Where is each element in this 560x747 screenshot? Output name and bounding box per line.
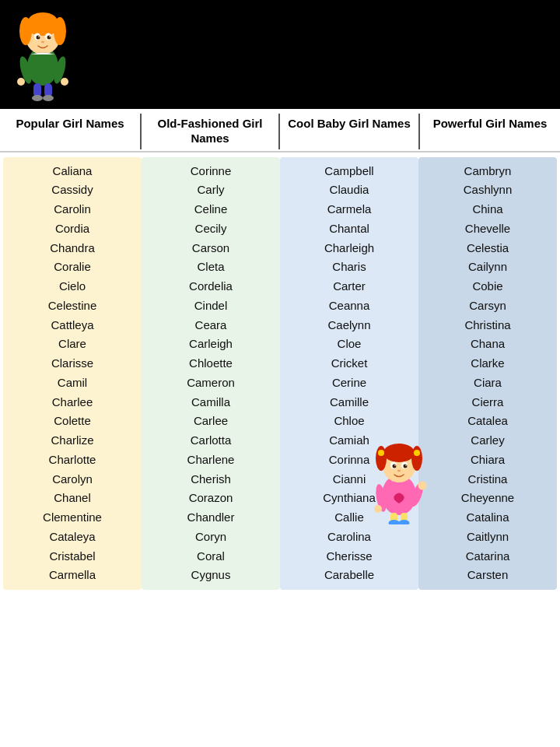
name-item: Cassidy — [51, 181, 93, 200]
col-header-powerful: Powerful Girl Names — [420, 114, 560, 149]
name-item: Cattleya — [51, 316, 93, 335]
svg-point-9 — [47, 36, 51, 40]
name-item: Cierra — [472, 393, 504, 412]
name-item: Cambryn — [464, 162, 512, 181]
name-item: Caitlynn — [467, 528, 509, 547]
name-item: Clarke — [471, 354, 504, 374]
name-item: Carter — [333, 277, 366, 296]
svg-point-12 — [41, 41, 44, 43]
name-item: Cordelia — [189, 277, 233, 296]
name-item: Ciara — [474, 374, 502, 393]
name-item: Cataleya — [49, 528, 95, 547]
col3-mascot-icon — [364, 439, 426, 528]
name-item: Cameron — [187, 374, 235, 393]
name-item: Celestia — [467, 239, 509, 258]
name-item: Chantal — [329, 219, 369, 239]
name-item: Callie — [334, 508, 364, 528]
name-item: Cherisse — [326, 547, 372, 566]
svg-point-38 — [374, 505, 382, 513]
svg-point-20 — [43, 95, 54, 101]
name-item: Cerine — [332, 374, 366, 393]
name-item: Coryn — [195, 528, 226, 547]
svg-point-25 — [411, 446, 422, 471]
name-item: Ceanna — [329, 296, 370, 316]
name-item: Charlotte — [49, 451, 96, 470]
col-header-cool: Cool Baby Girl Names — [280, 114, 420, 149]
name-item: Clare — [58, 335, 86, 354]
name-item: Cecily — [195, 219, 227, 239]
page-header — [0, 0, 560, 109]
name-item: Carabelle — [324, 566, 374, 585]
name-item: Camilla — [191, 393, 230, 412]
name-item: Cordia — [55, 219, 89, 239]
col-header-popular: Popular Girl Names — [0, 114, 140, 149]
name-item: Cleta — [197, 258, 224, 277]
name-item: Carly — [197, 181, 224, 200]
col-popular: CalianaCassidyCarolinCordiaChandraCorali… — [3, 157, 142, 591]
name-item: Camil — [58, 374, 87, 393]
name-item: Catalea — [467, 412, 508, 431]
name-item: Clarisse — [51, 354, 93, 374]
name-item: Carsyn — [469, 296, 506, 316]
col-header-oldfashioned: Old-Fashioned Girl Names — [140, 114, 280, 149]
name-columns: CalianaCassidyCarolinCordiaChandraCorali… — [0, 153, 560, 595]
name-item: Chloe — [334, 412, 364, 431]
name-item: Carlotta — [191, 431, 232, 451]
svg-point-11 — [49, 36, 51, 37]
name-item: Campbell — [324, 162, 373, 181]
name-item: Chana — [471, 335, 505, 354]
name-item: Coral — [197, 547, 225, 566]
name-item: Celine — [194, 200, 228, 219]
svg-point-10 — [38, 36, 40, 37]
name-item: Cianni — [333, 470, 366, 489]
svg-point-15 — [17, 78, 25, 86]
svg-point-23 — [383, 444, 415, 462]
svg-point-5 — [29, 12, 57, 28]
name-item: Charlize — [51, 431, 93, 451]
svg-point-37 — [418, 482, 427, 490]
name-item: Corazon — [189, 489, 233, 508]
name-item: Clementine — [43, 508, 102, 528]
name-item: China — [472, 200, 502, 219]
name-item: Claudia — [330, 181, 369, 200]
header-text — [86, 33, 552, 76]
column-headers: Popular Girl Names Old-Fashioned Girl Na… — [0, 109, 560, 153]
svg-point-16 — [61, 78, 68, 86]
svg-point-19 — [32, 95, 43, 101]
name-item: Cheyenne — [461, 489, 514, 508]
name-item: Cygnus — [191, 566, 231, 585]
name-item: Charlee — [52, 393, 93, 412]
name-item: Corinne — [191, 162, 232, 181]
name-item: Cloe — [338, 335, 362, 354]
name-item: Camille — [330, 393, 369, 412]
svg-point-30 — [393, 465, 397, 468]
name-item: Carolin — [54, 200, 91, 219]
name-item: Carleigh — [189, 335, 233, 354]
header-mascot — [0, 8, 86, 101]
name-item: Charleigh — [324, 239, 374, 258]
name-item: Cristina — [468, 470, 508, 489]
name-item: Carlee — [194, 412, 228, 431]
name-item: Catalina — [466, 508, 509, 528]
name-item: Catarina — [466, 547, 510, 566]
svg-point-8 — [37, 36, 40, 40]
name-item: Carmella — [49, 566, 96, 585]
name-item: Cristabel — [49, 547, 95, 566]
name-item: Charis — [332, 258, 366, 277]
svg-point-33 — [405, 465, 407, 466]
name-item: Cherish — [191, 470, 231, 489]
col-powerful: CambrynCashlynnChinaChevelleCelestiaCail… — [418, 157, 557, 591]
name-item: Cricket — [331, 354, 368, 374]
name-item: Cielo — [59, 277, 86, 296]
name-item: Christina — [464, 316, 510, 335]
name-item: Cobie — [472, 277, 502, 296]
svg-point-24 — [376, 446, 387, 471]
name-item: Chloette — [189, 354, 233, 374]
name-item: Colette — [54, 412, 91, 431]
name-item: Ceara — [195, 316, 227, 335]
name-item: Chanel — [54, 489, 91, 508]
svg-point-41 — [389, 520, 400, 524]
name-item: Chiara — [471, 451, 505, 470]
svg-point-42 — [399, 520, 410, 524]
name-item: Caelynn — [327, 316, 370, 335]
